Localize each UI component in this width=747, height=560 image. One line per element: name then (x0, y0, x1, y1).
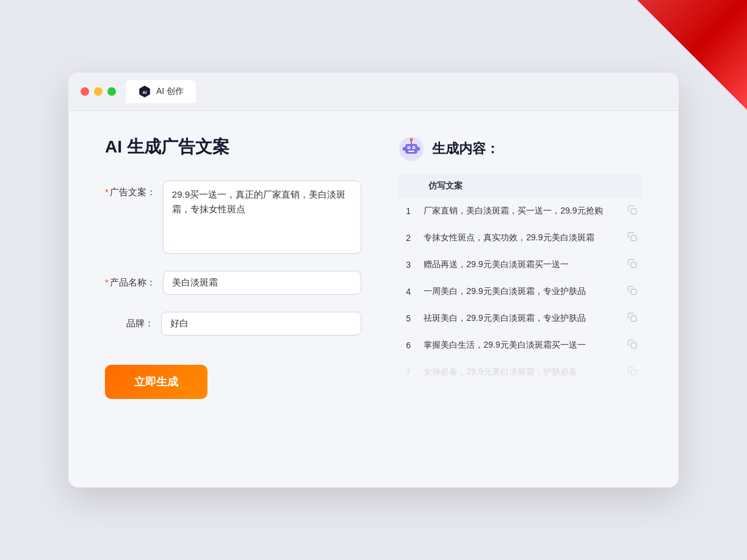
product-name-label: *产品名称： (105, 271, 156, 289)
table-row: 5 祛斑美白，29.9元美白淡斑霜，专业护肤品 (398, 305, 642, 332)
copy-button-3[interactable] (621, 251, 642, 278)
svg-rect-18 (631, 343, 637, 348)
svg-rect-14 (631, 235, 637, 241)
brand-row: 品牌： (105, 312, 361, 336)
app-window: AI AI 创作 AI 生成广告文案 *广告文案： *产品名称： (68, 73, 679, 487)
row-text-1: 厂家直销，美白淡斑霜，买一送一，29.9元抢购 (419, 198, 621, 224)
brand-input[interactable] (161, 312, 361, 336)
row-text-7: 女神必备，29.9元美白淡斑霜，护肤必备 (419, 359, 621, 386)
row-text-5: 祛斑美白，29.9元美白淡斑霜，专业护肤品 (419, 305, 621, 332)
product-name-input[interactable] (163, 271, 361, 295)
row-number-4: 4 (398, 278, 419, 305)
bot-icon (398, 135, 425, 162)
svg-text:AI: AI (142, 90, 146, 95)
generate-button[interactable]: 立即生成 (105, 365, 208, 399)
svg-rect-15 (631, 262, 637, 268)
row-text-6: 掌握美白生活，29.9元美白淡斑霜买一送一 (419, 332, 621, 359)
svg-point-6 (408, 147, 410, 148)
minimize-button[interactable] (94, 87, 103, 96)
svg-rect-12 (417, 147, 420, 151)
right-panel: 生成内容： 仿写文案 1 厂家直销，美白淡斑霜，买一送一，29.9元抢购 (398, 135, 642, 453)
page-title: AI 生成广告文案 (105, 135, 361, 159)
table-header-num (398, 174, 419, 198)
table-row: 4 一周美白，29.9元美白淡斑霜，专业护肤品 (398, 278, 642, 305)
table-row: 6 掌握美白生活，29.9元美白淡斑霜买一送一 (398, 332, 642, 359)
copy-icon-2[interactable] (627, 234, 637, 243)
svg-rect-11 (403, 147, 405, 151)
ad-copy-row: *广告文案： (105, 181, 361, 254)
required-star-1: * (105, 187, 109, 197)
row-number-1: 1 (398, 198, 419, 224)
row-number-6: 6 (398, 332, 419, 359)
product-name-row: *产品名称： (105, 271, 361, 295)
table-header-label: 仿写文案 (419, 174, 621, 198)
brand-label: 品牌： (105, 312, 154, 329)
svg-rect-17 (631, 316, 637, 321)
tab-label: AI 创作 (156, 86, 184, 97)
row-text-4: 一周美白，29.9元美白淡斑霜，专业护肤品 (419, 278, 621, 305)
svg-point-7 (413, 147, 414, 148)
titlebar: AI AI 创作 (68, 73, 679, 111)
copy-button-6[interactable] (621, 332, 642, 359)
copy-button-2[interactable] (621, 224, 642, 251)
copy-button-4[interactable] (621, 278, 642, 305)
main-content: AI 生成广告文案 *广告文案： *产品名称： 品牌： 立 (68, 111, 679, 477)
table-row: 7 女神必备，29.9元美白淡斑霜，护肤必备 (398, 359, 642, 386)
row-text-2: 专抹女性斑点，真实功效，29.9元美白淡斑霜 (419, 224, 621, 251)
required-star-2: * (105, 277, 109, 287)
ad-copy-input[interactable] (163, 181, 361, 254)
copy-icon-7[interactable] (627, 368, 637, 378)
maximize-button[interactable] (107, 87, 116, 96)
result-header: 生成内容： (398, 135, 642, 162)
table-header-row: 仿写文案 (398, 174, 642, 198)
close-button[interactable] (81, 87, 89, 96)
copy-button-1[interactable] (621, 198, 642, 224)
row-text-3: 赠品再送，29.9元美白淡斑霜买一送一 (419, 251, 621, 278)
result-title: 生成内容： (432, 140, 499, 158)
table-row: 1 厂家直销，美白淡斑霜，买一送一，29.9元抢购 (398, 198, 642, 224)
row-number-3: 3 (398, 251, 419, 278)
results-table: 仿写文案 1 厂家直销，美白淡斑霜，买一送一，29.9元抢购 2 专抹女性斑点， (398, 174, 642, 386)
copy-icon-6[interactable] (627, 341, 637, 351)
window-controls (81, 87, 116, 96)
svg-point-10 (410, 138, 413, 142)
row-number-2: 2 (398, 224, 419, 251)
copy-icon-3[interactable] (627, 260, 637, 270)
ai-tab-icon: AI (138, 85, 151, 98)
copy-icon-1[interactable] (627, 207, 637, 217)
ad-copy-label: *广告文案： (105, 181, 156, 198)
ai-tab[interactable]: AI AI 创作 (126, 80, 196, 103)
svg-rect-8 (408, 151, 414, 152)
svg-rect-13 (631, 209, 637, 214)
table-header-action (621, 174, 642, 198)
table-row: 2 专抹女性斑点，真实功效，29.9元美白淡斑霜 (398, 224, 642, 251)
svg-rect-19 (631, 370, 637, 375)
svg-rect-16 (631, 289, 637, 295)
left-panel: AI 生成广告文案 *广告文案： *产品名称： 品牌： 立 (105, 135, 361, 453)
copy-button-7[interactable] (621, 359, 642, 386)
row-number-7: 7 (398, 359, 419, 386)
copy-button-5[interactable] (621, 305, 642, 332)
copy-icon-5[interactable] (627, 314, 637, 324)
svg-rect-3 (405, 144, 417, 154)
table-row: 3 赠品再送，29.9元美白淡斑霜买一送一 (398, 251, 642, 278)
copy-icon-4[interactable] (627, 287, 637, 297)
row-number-5: 5 (398, 305, 419, 332)
